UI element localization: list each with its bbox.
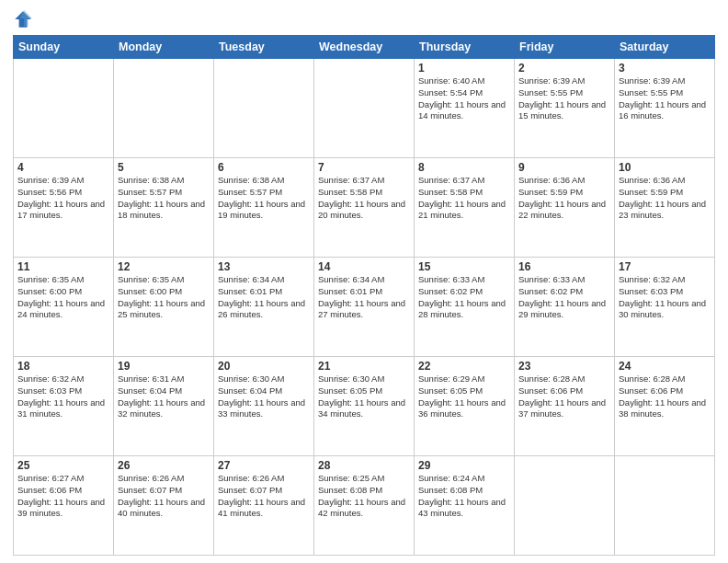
- day-number: 10: [619, 161, 711, 174]
- day-info: Sunrise: 6:31 AM Sunset: 6:04 PM Dayligh…: [118, 373, 210, 420]
- calendar-cell: 29Sunrise: 6:24 AM Sunset: 6:08 PM Dayli…: [415, 456, 515, 556]
- calendar-cell: [615, 456, 715, 556]
- calendar-cell: 7Sunrise: 6:37 AM Sunset: 5:58 PM Daylig…: [314, 158, 415, 258]
- day-number: 23: [518, 360, 610, 373]
- day-number: 18: [17, 360, 109, 373]
- day-info: Sunrise: 6:35 AM Sunset: 6:00 PM Dayligh…: [17, 274, 109, 321]
- day-info: Sunrise: 6:25 AM Sunset: 6:08 PM Dayligh…: [318, 473, 410, 520]
- calendar-cell: 6Sunrise: 6:38 AM Sunset: 5:57 PM Daylig…: [214, 158, 314, 258]
- day-number: 27: [218, 459, 310, 472]
- calendar-cell: 18Sunrise: 6:32 AM Sunset: 6:03 PM Dayli…: [14, 357, 114, 456]
- day-number: 9: [518, 161, 610, 174]
- calendar-cell: 13Sunrise: 6:34 AM Sunset: 6:01 PM Dayli…: [214, 258, 314, 357]
- calendar-cell: 9Sunrise: 6:36 AM Sunset: 5:59 PM Daylig…: [515, 158, 615, 258]
- day-info: Sunrise: 6:33 AM Sunset: 6:02 PM Dayligh…: [518, 274, 610, 321]
- calendar-table: SundayMondayTuesdayWednesdayThursdayFrid…: [13, 35, 715, 556]
- day-number: 6: [218, 161, 310, 174]
- day-info: Sunrise: 6:40 AM Sunset: 5:54 PM Dayligh…: [418, 75, 510, 122]
- calendar-cell: 11Sunrise: 6:35 AM Sunset: 6:00 PM Dayli…: [14, 258, 114, 357]
- calendar-week-row: 25Sunrise: 6:27 AM Sunset: 6:06 PM Dayli…: [14, 456, 715, 556]
- calendar-cell: 22Sunrise: 6:29 AM Sunset: 6:05 PM Dayli…: [415, 357, 515, 456]
- day-number: 21: [318, 360, 410, 373]
- calendar-cell: 16Sunrise: 6:33 AM Sunset: 6:02 PM Dayli…: [515, 258, 615, 357]
- day-number: 29: [418, 459, 510, 472]
- day-number: 24: [619, 360, 711, 373]
- day-info: Sunrise: 6:34 AM Sunset: 6:01 PM Dayligh…: [318, 274, 410, 321]
- calendar-cell: 20Sunrise: 6:30 AM Sunset: 6:04 PM Dayli…: [214, 357, 314, 456]
- day-number: 13: [218, 260, 310, 273]
- day-number: 1: [418, 62, 510, 75]
- calendar-cell: 3Sunrise: 6:39 AM Sunset: 5:55 PM Daylig…: [615, 59, 715, 158]
- calendar-cell: 21Sunrise: 6:30 AM Sunset: 6:05 PM Dayli…: [314, 357, 415, 456]
- day-info: Sunrise: 6:29 AM Sunset: 6:05 PM Dayligh…: [418, 373, 510, 420]
- day-info: Sunrise: 6:36 AM Sunset: 5:59 PM Dayligh…: [518, 175, 610, 222]
- calendar-cell: [214, 59, 314, 158]
- calendar-day-header: Monday: [114, 36, 214, 59]
- calendar-cell: [515, 456, 615, 556]
- day-number: 17: [619, 260, 711, 273]
- day-info: Sunrise: 6:36 AM Sunset: 5:59 PM Dayligh…: [619, 175, 711, 222]
- day-number: 25: [17, 459, 109, 472]
- header-row: [13, 9, 715, 29]
- day-info: Sunrise: 6:26 AM Sunset: 6:07 PM Dayligh…: [218, 473, 310, 520]
- day-info: Sunrise: 6:39 AM Sunset: 5:55 PM Dayligh…: [518, 75, 610, 122]
- day-number: 16: [518, 260, 610, 273]
- day-number: 26: [118, 459, 210, 472]
- calendar-cell: 10Sunrise: 6:36 AM Sunset: 5:59 PM Dayli…: [615, 158, 715, 258]
- day-number: 8: [418, 161, 510, 174]
- day-info: Sunrise: 6:32 AM Sunset: 6:03 PM Dayligh…: [17, 373, 109, 420]
- calendar-cell: 2Sunrise: 6:39 AM Sunset: 5:55 PM Daylig…: [515, 59, 615, 158]
- logo-icon: [13, 9, 33, 29]
- day-info: Sunrise: 6:28 AM Sunset: 6:06 PM Dayligh…: [619, 373, 711, 420]
- day-number: 14: [318, 260, 410, 273]
- calendar-cell: 5Sunrise: 6:38 AM Sunset: 5:57 PM Daylig…: [114, 158, 214, 258]
- day-info: Sunrise: 6:39 AM Sunset: 5:56 PM Dayligh…: [17, 175, 109, 222]
- calendar-day-header: Friday: [515, 36, 615, 59]
- day-info: Sunrise: 6:38 AM Sunset: 5:57 PM Dayligh…: [218, 175, 310, 222]
- page: SundayMondayTuesdayWednesdayThursdayFrid…: [0, 0, 728, 563]
- day-number: 2: [518, 62, 610, 75]
- day-number: 4: [17, 161, 109, 174]
- calendar-cell: 26Sunrise: 6:26 AM Sunset: 6:07 PM Dayli…: [114, 456, 214, 556]
- day-info: Sunrise: 6:30 AM Sunset: 6:05 PM Dayligh…: [318, 373, 410, 420]
- day-number: 5: [118, 161, 210, 174]
- calendar-cell: 19Sunrise: 6:31 AM Sunset: 6:04 PM Dayli…: [114, 357, 214, 456]
- day-number: 3: [619, 62, 711, 75]
- day-info: Sunrise: 6:37 AM Sunset: 5:58 PM Dayligh…: [318, 175, 410, 222]
- day-info: Sunrise: 6:30 AM Sunset: 6:04 PM Dayligh…: [218, 373, 310, 420]
- calendar-cell: 12Sunrise: 6:35 AM Sunset: 6:00 PM Dayli…: [114, 258, 214, 357]
- day-info: Sunrise: 6:38 AM Sunset: 5:57 PM Dayligh…: [118, 175, 210, 222]
- calendar-day-header: Thursday: [415, 36, 515, 59]
- calendar-cell: 27Sunrise: 6:26 AM Sunset: 6:07 PM Dayli…: [214, 456, 314, 556]
- calendar-cell: 28Sunrise: 6:25 AM Sunset: 6:08 PM Dayli…: [314, 456, 415, 556]
- day-info: Sunrise: 6:39 AM Sunset: 5:55 PM Dayligh…: [619, 75, 711, 122]
- day-info: Sunrise: 6:32 AM Sunset: 6:03 PM Dayligh…: [619, 274, 711, 321]
- day-number: 20: [218, 360, 310, 373]
- calendar-cell: 25Sunrise: 6:27 AM Sunset: 6:06 PM Dayli…: [14, 456, 114, 556]
- calendar-cell: 14Sunrise: 6:34 AM Sunset: 6:01 PM Dayli…: [314, 258, 415, 357]
- day-number: 22: [418, 360, 510, 373]
- calendar-week-row: 18Sunrise: 6:32 AM Sunset: 6:03 PM Dayli…: [14, 357, 715, 456]
- calendar-cell: 24Sunrise: 6:28 AM Sunset: 6:06 PM Dayli…: [615, 357, 715, 456]
- day-info: Sunrise: 6:33 AM Sunset: 6:02 PM Dayligh…: [418, 274, 510, 321]
- day-info: Sunrise: 6:27 AM Sunset: 6:06 PM Dayligh…: [17, 473, 109, 520]
- calendar-day-header: Wednesday: [314, 36, 415, 59]
- day-info: Sunrise: 6:24 AM Sunset: 6:08 PM Dayligh…: [418, 473, 510, 520]
- calendar-cell: 4Sunrise: 6:39 AM Sunset: 5:56 PM Daylig…: [14, 158, 114, 258]
- calendar-cell: 17Sunrise: 6:32 AM Sunset: 6:03 PM Dayli…: [615, 258, 715, 357]
- calendar-cell: [314, 59, 415, 158]
- day-number: 28: [318, 459, 410, 472]
- day-number: 7: [318, 161, 410, 174]
- calendar-week-row: 1Sunrise: 6:40 AM Sunset: 5:54 PM Daylig…: [14, 59, 715, 158]
- day-info: Sunrise: 6:34 AM Sunset: 6:01 PM Dayligh…: [218, 274, 310, 321]
- calendar-day-header: Saturday: [615, 36, 715, 59]
- calendar-header-row: SundayMondayTuesdayWednesdayThursdayFrid…: [14, 36, 715, 59]
- calendar-week-row: 4Sunrise: 6:39 AM Sunset: 5:56 PM Daylig…: [14, 158, 715, 258]
- calendar-cell: [14, 59, 114, 158]
- day-info: Sunrise: 6:28 AM Sunset: 6:06 PM Dayligh…: [518, 373, 610, 420]
- calendar-cell: 15Sunrise: 6:33 AM Sunset: 6:02 PM Dayli…: [415, 258, 515, 357]
- calendar-cell: 8Sunrise: 6:37 AM Sunset: 5:58 PM Daylig…: [415, 158, 515, 258]
- calendar-cell: 23Sunrise: 6:28 AM Sunset: 6:06 PM Dayli…: [515, 357, 615, 456]
- day-info: Sunrise: 6:26 AM Sunset: 6:07 PM Dayligh…: [118, 473, 210, 520]
- logo: [13, 9, 35, 29]
